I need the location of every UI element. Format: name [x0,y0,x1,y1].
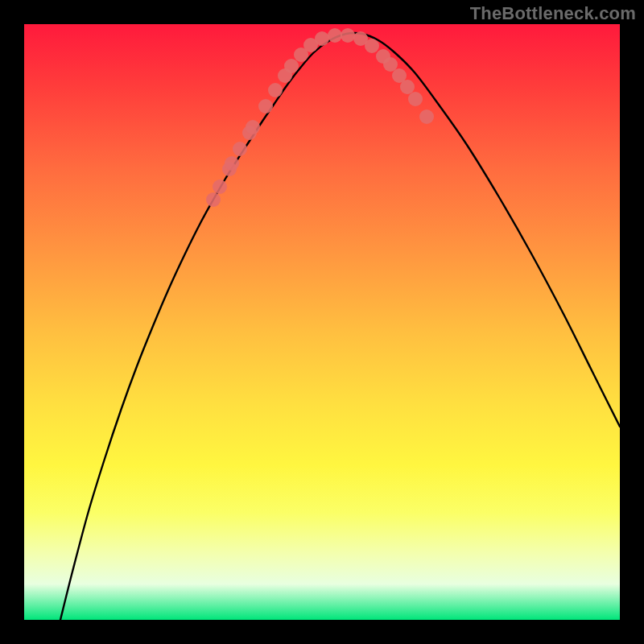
marker-dot [419,109,434,124]
marker-dot [408,92,423,106]
marker-dot [246,120,260,134]
marker-dot [213,180,227,194]
marker-dot [365,39,379,53]
chart-svg [24,24,620,620]
marker-dot [268,83,283,97]
bottleneck-curve [60,33,620,620]
marker-dot [225,156,239,171]
watermark-text: TheBottleneck.com [470,3,636,24]
chart-frame: TheBottleneck.com [0,0,644,644]
marker-dot [284,59,299,73]
marker-dot [258,99,273,114]
marker-dot [315,31,329,46]
plot-area [24,24,620,620]
marker-dot [341,28,355,43]
marker-dots [206,28,434,207]
marker-dot [383,57,398,72]
marker-dot [400,80,415,94]
marker-dot [233,142,247,156]
marker-dot [328,28,342,43]
marker-dot [206,192,221,207]
